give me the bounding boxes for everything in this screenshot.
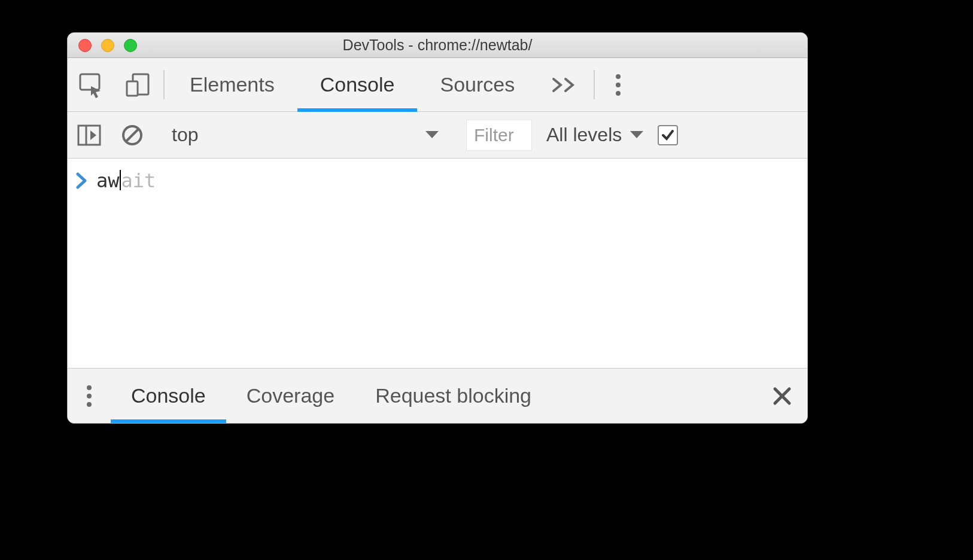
drawer-tab-console[interactable]: Console <box>111 369 226 423</box>
checkmark-icon <box>661 128 675 142</box>
chevron-double-right-icon <box>551 77 577 93</box>
autocomplete-ghost: ait <box>121 169 156 192</box>
tab-console[interactable]: Console <box>297 58 418 111</box>
clear-console-button[interactable] <box>111 124 154 147</box>
svg-rect-6 <box>78 126 100 145</box>
console-body[interactable]: await <box>68 159 807 368</box>
zoom-window-button[interactable] <box>124 39 137 52</box>
device-toolbar-button[interactable] <box>114 58 161 111</box>
drawer-more-button[interactable] <box>68 369 111 423</box>
svg-point-3 <box>616 74 621 79</box>
close-drawer-button[interactable] <box>757 369 807 423</box>
typed-text: aw <box>96 169 120 192</box>
levels-label: All levels <box>546 124 622 146</box>
console-input-text: await <box>96 169 156 192</box>
tab-sources[interactable]: Sources <box>417 58 537 111</box>
execution-context-select[interactable]: top <box>160 124 452 146</box>
minimize-window-button[interactable] <box>101 39 114 52</box>
inspect-element-button[interactable] <box>68 58 114 111</box>
sidebar-icon <box>77 124 101 146</box>
more-tabs-button[interactable] <box>537 58 591 111</box>
kebab-icon <box>86 383 93 409</box>
toggle-sidebar-button[interactable] <box>68 124 111 146</box>
filter-input[interactable]: Filter <box>466 120 532 151</box>
kebab-icon <box>615 72 622 98</box>
main-tab-bar: Elements Console Sources <box>68 58 807 112</box>
svg-point-4 <box>616 83 621 87</box>
close-icon <box>772 386 792 406</box>
drawer-tab-request-blocking[interactable]: Request blocking <box>355 369 552 423</box>
svg-point-11 <box>87 394 92 398</box>
svg-line-9 <box>126 129 138 141</box>
spacer <box>552 369 757 423</box>
inspect-icon <box>78 72 104 98</box>
traffic-lights <box>78 39 137 52</box>
svg-rect-0 <box>80 74 99 90</box>
console-prompt[interactable]: await <box>76 169 799 192</box>
context-value: top <box>172 124 198 146</box>
filter-placeholder: Filter <box>474 125 514 145</box>
device-icon <box>124 72 151 98</box>
svg-point-12 <box>87 402 92 407</box>
console-toolbar: top Filter All levels <box>68 112 807 159</box>
settings-menu-button[interactable] <box>597 58 639 111</box>
clear-icon <box>121 124 144 147</box>
svg-point-10 <box>87 385 92 390</box>
devtools-window: DevTools - chrome://newtab/ Elements Con… <box>67 32 808 424</box>
chevron-down-icon <box>424 130 440 141</box>
close-window-button[interactable] <box>78 39 92 52</box>
prompt-chevron-icon <box>76 172 88 189</box>
drawer: Console Coverage Request blocking <box>68 368 807 423</box>
svg-rect-2 <box>127 81 138 96</box>
chevron-down-icon <box>629 130 644 141</box>
divider <box>594 70 595 99</box>
tab-elements[interactable]: Elements <box>167 58 297 111</box>
svg-point-5 <box>616 91 621 96</box>
log-levels-select[interactable]: All levels <box>546 124 644 146</box>
text-caret <box>120 170 121 190</box>
drawer-tab-coverage[interactable]: Coverage <box>226 369 355 423</box>
titlebar: DevTools - chrome://newtab/ <box>68 33 807 58</box>
window-title: DevTools - chrome://newtab/ <box>68 36 807 54</box>
divider <box>163 70 165 99</box>
group-similar-checkbox[interactable] <box>658 125 678 145</box>
